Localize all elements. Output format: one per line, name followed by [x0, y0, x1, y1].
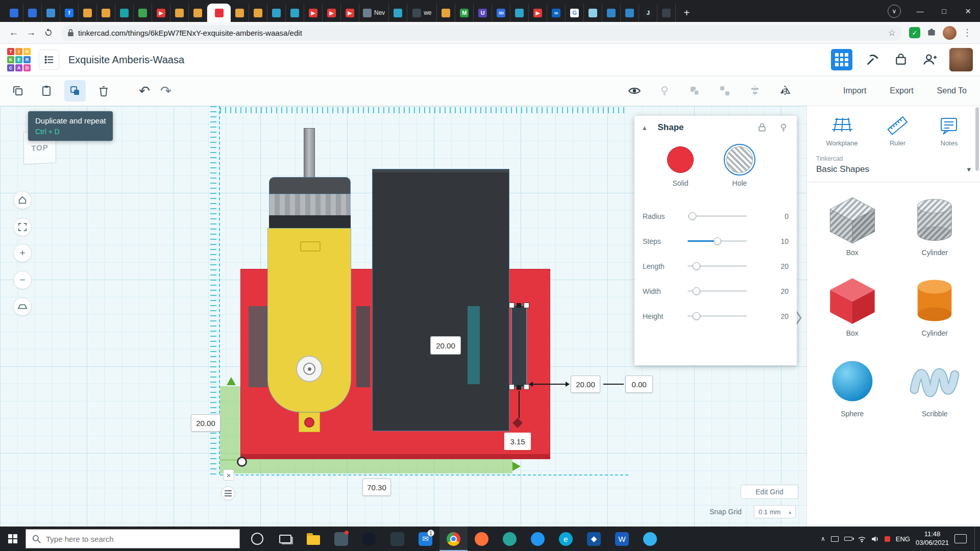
selection-handle-top-right[interactable] — [524, 303, 529, 308]
browser-tab-dark2[interactable] — [657, 4, 676, 22]
sidebar-scrollbar[interactable] — [975, 107, 979, 524]
height-slider[interactable] — [688, 315, 747, 317]
browser-tab-green[interactable] — [134, 4, 152, 22]
undo-button[interactable]: ↶ — [134, 83, 155, 99]
light-button[interactable] — [654, 80, 675, 102]
dimension-label-right[interactable]: 20.00 — [571, 375, 600, 393]
extensions-puzzle-icon[interactable] — [926, 27, 937, 39]
browser-profile-avatar[interactable] — [943, 26, 957, 40]
start-button[interactable] — [0, 527, 26, 551]
import-button[interactable]: Import — [843, 86, 866, 95]
dimension-label-zero[interactable]: 0.00 — [625, 375, 653, 393]
browser-tab-active[interactable] — [207, 4, 231, 22]
browser-tab-thing2[interactable] — [286, 4, 304, 22]
dimension-label-bottom[interactable]: 70.30 — [362, 479, 391, 496]
browser-tab-amber5[interactable] — [231, 4, 249, 22]
length-value[interactable]: 20 — [758, 262, 789, 270]
panel-collapse-icon[interactable]: ▴ — [643, 123, 647, 132]
browser-tab-translate[interactable] — [5, 4, 23, 22]
taskbar-search[interactable] — [26, 529, 240, 548]
motor-body[interactable] — [267, 228, 351, 412]
dimension-label-left[interactable]: 20.00 — [191, 414, 220, 432]
height-knob[interactable] — [693, 312, 700, 320]
browser-menu-icon[interactable]: ⋮ — [963, 27, 972, 38]
browser-tab-translate2[interactable] — [23, 4, 42, 22]
dimension-label-width[interactable]: 20.00 — [430, 336, 461, 355]
radius-slider[interactable] — [688, 215, 747, 217]
radius-knob[interactable] — [689, 212, 696, 220]
browser-tab-amber6[interactable] — [249, 4, 267, 22]
height-value[interactable]: 20 — [758, 312, 789, 320]
selection-handle-bottom-mid[interactable] — [517, 385, 521, 390]
shape-item-cylinder-hole[interactable]: Cylinder — [904, 193, 965, 257]
motor-band[interactable] — [269, 215, 351, 229]
visibility-bulb-icon[interactable] — [778, 122, 789, 133]
motor-mount-circle[interactable] — [296, 356, 323, 382]
browser-tab-linkedin[interactable]: in — [547, 4, 566, 22]
taskbar-app-dev-tool[interactable]: ◆ — [580, 527, 608, 551]
steps-knob[interactable] — [714, 237, 721, 245]
solid-option[interactable]: Solid — [667, 146, 694, 187]
browser-tab-lightblue[interactable] — [584, 4, 602, 22]
close-button[interactable]: × — [956, 0, 980, 22]
zoom-in-button[interactable]: + — [13, 244, 32, 262]
browser-tab-amber3[interactable] — [170, 4, 189, 22]
tools-pickaxe-button[interactable] — [864, 51, 881, 68]
width-knob[interactable] — [693, 287, 700, 295]
black-box[interactable] — [372, 169, 509, 431]
browser-tab-youtube4[interactable]: ▶ — [341, 4, 359, 22]
add-user-button[interactable] — [921, 51, 938, 68]
taskbar-app-microsoft-store[interactable] — [327, 527, 355, 551]
url-text[interactable]: tinkercad.com/things/6kEpW7fENxY-exquisi… — [78, 29, 884, 37]
browser-tab-thing3[interactable] — [389, 4, 407, 22]
snap-grid-dropdown[interactable]: 0.1 mm ▴ — [754, 505, 796, 518]
taskbar-app-word[interactable]: W — [608, 527, 636, 551]
browser-tab-facebook[interactable]: f — [60, 4, 79, 22]
design-title[interactable]: Exquisite Amberis-Waasa — [68, 54, 184, 66]
taskbar-app-cortana[interactable] — [243, 527, 271, 551]
browser-tab-nev[interactable]: Nev — [359, 4, 389, 22]
length-knob[interactable] — [693, 262, 700, 270]
search-input[interactable] — [46, 535, 214, 543]
ruler-tool[interactable]: Ruler — [886, 115, 909, 147]
group-button[interactable] — [684, 80, 705, 102]
ruler-close-button[interactable]: × — [223, 469, 234, 481]
wifi-tray-icon[interactable] — [858, 536, 866, 542]
design-menu-button[interactable] — [39, 49, 59, 70]
tray-expand-icon[interactable]: ∧ — [821, 535, 825, 542]
selection-handle-top-left[interactable] — [509, 303, 514, 308]
reload-button[interactable] — [40, 24, 57, 41]
lock-icon[interactable] — [757, 122, 767, 133]
taskbar-app-firefox[interactable] — [468, 527, 496, 551]
action-center-button[interactable] — [954, 534, 967, 543]
shape-item-scribble[interactable]: Scribble — [904, 355, 965, 418]
browser-tab-google[interactable]: G — [566, 4, 584, 22]
monitor-tray-icon[interactable] — [831, 536, 839, 542]
browser-tab-amber4[interactable] — [189, 4, 207, 22]
taskbar-app-video-call[interactable] — [524, 527, 552, 551]
taskbar-app-mail[interactable]: ✉1 — [411, 527, 439, 551]
perspective-button[interactable] — [13, 297, 32, 316]
align-button[interactable] — [744, 80, 766, 102]
notes-tool[interactable]: Notes — [937, 115, 961, 147]
shape-item-cylinder[interactable]: Cylinder — [904, 274, 965, 337]
browser-tab-youtube5[interactable]: ▶ — [529, 4, 547, 22]
fit-view-button[interactable] — [13, 218, 32, 236]
taskbar-app-edge[interactable]: e — [552, 527, 580, 551]
hole-slot-left[interactable] — [249, 306, 267, 387]
browser-tab-youtube1[interactable]: ▶ — [152, 4, 170, 22]
taskbar-app-task-view[interactable] — [271, 527, 299, 551]
browser-tab-thing4[interactable] — [510, 4, 529, 22]
motor-bottom-tab[interactable] — [299, 412, 320, 432]
motor-cap[interactable] — [269, 177, 351, 194]
minimize-button[interactable]: — — [908, 0, 932, 22]
design-canvas[interactable]: 20.00 20.00 0.00 20.00 3.15 70.30 × TOP … — [0, 106, 806, 527]
shape-item-box[interactable]: Box — [822, 274, 883, 337]
edit-grid-button[interactable]: Edit Grid — [741, 485, 798, 499]
omnibox[interactable]: tinkercad.com/things/6kEpW7fENxY-exquisi… — [61, 25, 902, 41]
bookmark-star-icon[interactable]: ☆ — [888, 28, 896, 38]
hole-option[interactable]: Hole — [726, 146, 753, 187]
tab-search-button[interactable]: ∨ — [888, 5, 901, 18]
bag-button[interactable] — [892, 51, 910, 68]
zoom-out-button[interactable]: − — [13, 271, 32, 289]
